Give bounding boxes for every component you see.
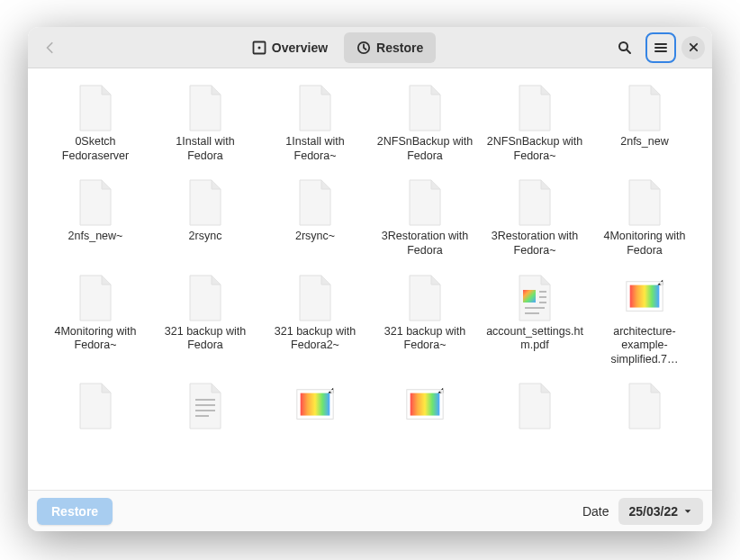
file-label: 4Monitoring with Fedora: [596, 230, 693, 257]
blank-file-icon: [513, 83, 556, 133]
file-item[interactable]: [593, 375, 696, 438]
image-file-icon: [293, 381, 337, 431]
date-label: Date: [582, 504, 609, 519]
headerbar: Overview Restore: [28, 27, 712, 68]
blank-file-icon: [623, 83, 666, 133]
headerbar-right: [609, 32, 705, 63]
file-item[interactable]: 2nfs_new~: [44, 172, 147, 263]
date-value: 25/03/22: [629, 504, 679, 519]
chevron-down-icon: [683, 507, 692, 516]
image-file-icon: [623, 273, 666, 323]
blank-file-icon: [184, 273, 227, 323]
blank-file-icon: [74, 381, 117, 431]
file-label: 321 backup with Fedora: [157, 325, 254, 353]
tab-restore-label: Restore: [376, 41, 423, 55]
date-picker-button[interactable]: 25/03/22: [618, 498, 704, 525]
file-label: 2nfs_new~: [47, 230, 144, 244]
back-button[interactable]: [35, 32, 66, 63]
search-button[interactable]: [609, 32, 640, 63]
file-label: 321 backup with Fedora2~: [266, 325, 364, 353]
blank-file-icon: [403, 177, 447, 228]
file-browser[interactable]: 0Sketch Fedoraserver1Install with Fedora…: [28, 68, 712, 490]
restore-button-label: Restore: [51, 504, 98, 519]
file-item[interactable]: 2nfs_new: [593, 77, 696, 168]
file-label: 1Install with Fedora: [157, 135, 254, 163]
blank-file-icon: [184, 177, 227, 228]
file-item[interactable]: 4Monitoring with Fedora~: [44, 267, 147, 373]
file-item[interactable]: account_settings.htm.pdf: [483, 267, 586, 373]
file-item[interactable]: [374, 375, 476, 438]
file-item[interactable]: 2NFSnBackup with Fedora: [374, 77, 476, 168]
file-item[interactable]: 0Sketch Fedoraserver: [44, 77, 147, 168]
file-label: 2nfs_new: [596, 135, 693, 149]
file-label: architecture-example-simplified.7…: [596, 325, 693, 367]
chevron-left-icon: [44, 41, 57, 54]
file-item[interactable]: [154, 375, 257, 438]
blank-file-icon: [513, 177, 556, 228]
blank-file-icon: [74, 83, 117, 133]
search-icon: [618, 41, 632, 55]
file-item[interactable]: [44, 375, 147, 438]
menu-button[interactable]: [645, 32, 676, 63]
blank-file-icon: [184, 83, 227, 133]
svg-rect-12: [411, 393, 440, 416]
blank-file-icon: [403, 273, 447, 323]
svg-point-1: [257, 46, 260, 49]
file-label: 4Monitoring with Fedora~: [47, 325, 144, 353]
file-item[interactable]: 321 backup with Fedora2~: [264, 267, 366, 373]
file-label: 1Install with Fedora~: [266, 135, 364, 163]
file-label: 0Sketch Fedoraserver: [47, 135, 144, 163]
file-item[interactable]: 1Install with Fedora: [154, 77, 257, 168]
file-item[interactable]: [264, 375, 366, 438]
svg-rect-4: [523, 290, 536, 303]
file-label: 2NFSnBackup with Fedora: [376, 135, 474, 163]
svg-rect-9: [301, 393, 330, 416]
clock-icon: [356, 41, 371, 55]
file-item[interactable]: 2rsync: [154, 172, 257, 263]
app-window: Overview Restore 0Sketch Fedoraserver1In…: [28, 27, 712, 531]
restore-button[interactable]: Restore: [37, 498, 113, 525]
close-button[interactable]: [681, 36, 705, 59]
file-label: 321 backup with Fedora~: [376, 325, 474, 353]
file-item[interactable]: 321 backup with Fedora: [154, 267, 257, 373]
file-label: 3Restoration with Fedora: [376, 230, 474, 257]
blank-file-icon: [74, 273, 117, 323]
tab-overview-label: Overview: [272, 41, 328, 55]
file-label: 3Restoration with Fedora~: [486, 230, 583, 257]
image-file-icon: [403, 381, 447, 431]
file-item[interactable]: 2rsync~: [264, 172, 366, 263]
file-item[interactable]: architecture-example-simplified.7…: [593, 267, 696, 373]
file-label: 2rsync: [157, 230, 254, 244]
overview-icon: [252, 41, 266, 55]
file-label: 2rsync~: [266, 230, 364, 244]
file-item[interactable]: [483, 375, 586, 438]
file-item[interactable]: 4Monitoring with Fedora: [593, 172, 696, 263]
blank-file-icon: [74, 177, 117, 228]
file-item[interactable]: 3Restoration with Fedora~: [483, 172, 586, 263]
file-item[interactable]: 1Install with Fedora~: [264, 77, 366, 168]
blank-file-icon: [623, 177, 666, 228]
pdf-file-icon: [513, 273, 556, 323]
file-label: 2NFSnBackup with Fedora~: [486, 135, 583, 163]
file-label: account_settings.htm.pdf: [486, 325, 583, 353]
svg-rect-6: [630, 285, 660, 307]
hamburger-icon: [654, 41, 668, 55]
blank-file-icon: [293, 177, 337, 228]
view-switcher: Overview Restore: [71, 32, 604, 63]
footer: Restore Date 25/03/22: [28, 490, 712, 531]
blank-file-icon: [293, 273, 337, 323]
tab-restore[interactable]: Restore: [344, 32, 436, 63]
file-item[interactable]: 2NFSnBackup with Fedora~: [483, 77, 586, 168]
file-item[interactable]: 3Restoration with Fedora: [374, 172, 476, 263]
tab-overview[interactable]: Overview: [239, 32, 340, 63]
text-file-icon: [184, 381, 227, 431]
file-item[interactable]: 321 backup with Fedora~: [374, 267, 476, 373]
blank-file-icon: [403, 83, 447, 133]
file-grid: 0Sketch Fedoraserver1Install with Fedora…: [44, 77, 696, 438]
blank-file-icon: [513, 381, 556, 431]
blank-file-icon: [623, 381, 666, 431]
close-icon: [689, 42, 699, 52]
blank-file-icon: [293, 83, 337, 133]
